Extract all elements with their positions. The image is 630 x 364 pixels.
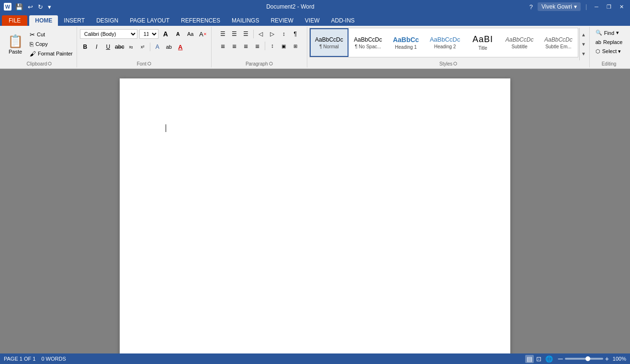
style-subtle-em[interactable]: AaBbCcDc Subtle Em... — [539, 28, 578, 57]
select-button[interactable]: ⬡ Select ▾ — [594, 47, 623, 55]
styles-scroll: ▲ ▼ ▼ — [579, 28, 587, 60]
italic-btn[interactable]: I — [91, 42, 102, 52]
paste-label: Paste — [9, 49, 22, 55]
ribbon: 📋 Paste ✂ Cut ⎘ Copy 🖌 Format Painter C — [0, 26, 630, 69]
select-label: Select ▾ — [602, 48, 621, 55]
bullets-btn[interactable]: ☰ — [218, 29, 228, 39]
clipboard-expand-icon[interactable]: ⬡ — [48, 61, 52, 66]
style-title[interactable]: AaBI Title — [465, 28, 500, 57]
font-row2: B I U abc x₂ x² A ab A — [80, 42, 186, 52]
paste-icon: 📋 — [8, 33, 23, 49]
line-spacing-btn[interactable]: ↕ — [267, 41, 278, 51]
styles-scroll-down-btn[interactable]: ▼ — [580, 39, 587, 49]
underline-btn[interactable]: U — [103, 42, 113, 52]
paragraph-expand-icon[interactable]: ⬡ — [269, 61, 273, 66]
bold-btn[interactable]: B — [80, 42, 90, 52]
align-left-btn[interactable]: ≡ — [218, 41, 228, 51]
clipboard-group-label: Clipboard — [26, 60, 47, 66]
numbering-btn[interactable]: ☰ — [229, 29, 240, 39]
text-effects-btn[interactable]: A — [152, 42, 163, 52]
font-grow-btn[interactable]: A — [160, 29, 171, 39]
document-title: Document2 - Word — [53, 3, 528, 10]
font-group: Calibri (Body) 11 A A Aa A✕ B I U abc x₂… — [77, 27, 212, 67]
style-title-preview: AaBI — [472, 34, 493, 44]
replace-button[interactable]: ab Replace — [594, 38, 625, 46]
editing-group: 🔍 Find ▾ ab Replace ⬡ Select ▾ Editing — [590, 27, 628, 67]
format-painter-icon: 🖌 — [30, 50, 36, 57]
show-para-btn[interactable]: ¶ — [290, 29, 301, 39]
tab-view[interactable]: VIEW — [299, 15, 326, 26]
font-shrink-btn[interactable]: A — [173, 29, 183, 39]
redo-qat-btn[interactable]: ↻ — [36, 2, 45, 11]
tab-page-layout[interactable]: PAGE LAYOUT — [124, 15, 175, 26]
tab-review[interactable]: REVIEW — [265, 15, 299, 26]
undo-qat-btn[interactable]: ↩ — [26, 2, 35, 11]
styles-expand-icon[interactable]: ⬡ — [453, 61, 457, 66]
tab-insert[interactable]: INSERT — [58, 15, 90, 26]
style-heading1[interactable]: AaBbCc Heading 1 — [387, 28, 424, 57]
shading-btn[interactable]: ▣ — [279, 41, 289, 51]
word-icon: W — [4, 3, 11, 11]
decrease-indent-btn[interactable]: ◁ — [256, 29, 266, 39]
tab-add-ins[interactable]: ADD-INS — [325, 15, 360, 26]
tab-home[interactable]: HOME — [29, 15, 58, 26]
tab-references[interactable]: REFERENCES — [175, 15, 226, 26]
style-subtle-em-preview: AaBbCcDc — [544, 36, 573, 43]
clear-format-btn[interactable]: A✕ — [198, 29, 208, 39]
styles-more-btn[interactable]: ▼ — [580, 49, 587, 58]
close-btn[interactable]: ✕ — [617, 2, 626, 11]
increase-indent-btn[interactable]: ▷ — [267, 29, 278, 39]
align-center-btn[interactable]: ≡ — [229, 41, 240, 51]
titlebar-left: W 💾 ↩ ↻ ▾ — [4, 2, 53, 11]
clipboard-group: 📋 Paste ✂ Cut ⎘ Copy 🖌 Format Painter C — [2, 27, 77, 67]
titlebar: W 💾 ↩ ↻ ▾ Document2 - Word ? Vivek Gowri… — [0, 0, 630, 13]
clipboard-small-buttons: ✂ Cut ⎘ Copy 🖌 Format Painter — [28, 28, 75, 60]
document-page[interactable] — [120, 78, 510, 353]
subscript-btn[interactable]: x₂ — [126, 42, 136, 52]
style-heading2[interactable]: AaBbCcDc Heading 2 — [424, 28, 465, 57]
font-size-selector[interactable]: 11 — [139, 29, 158, 39]
help-btn[interactable]: ? — [528, 2, 535, 11]
minimize-btn[interactable]: ─ — [592, 2, 601, 11]
font-color-btn[interactable]: A — [175, 42, 186, 52]
sort-btn[interactable]: ↕ — [279, 29, 289, 39]
restore-btn[interactable]: ❐ — [604, 2, 614, 11]
style-normal-label: ¶ Normal — [319, 44, 338, 49]
style-no-spacing[interactable]: AaBbCcDc ¶ No Spac... — [349, 28, 387, 57]
multilevel-list-btn[interactable]: ☰ — [241, 29, 251, 39]
font-name-selector[interactable]: Calibri (Body) — [80, 29, 137, 39]
style-subtle-em-label: Subtle Em... — [545, 44, 571, 49]
cut-button[interactable]: ✂ Cut — [28, 30, 75, 39]
format-painter-button[interactable]: 🖌 Format Painter — [28, 49, 75, 58]
document-area[interactable] — [0, 69, 630, 353]
style-heading2-preview: AaBbCcDc — [430, 36, 461, 43]
highlight-btn[interactable]: ab — [164, 42, 174, 52]
strikethrough-btn[interactable]: abc — [114, 42, 125, 52]
tab-mailings[interactable]: MAILINGS — [226, 15, 265, 26]
save-qat-btn[interactable]: 💾 — [13, 2, 25, 11]
styles-scroll-up-btn[interactable]: ▲ — [580, 30, 587, 39]
borders-btn[interactable]: ⊞ — [290, 41, 301, 51]
font-expand-icon[interactable]: ⬡ — [147, 61, 151, 66]
tab-design[interactable]: DESIGN — [90, 15, 124, 26]
find-dropdown-icon: ▾ — [616, 30, 619, 36]
text-cursor — [166, 124, 166, 132]
customize-qat-btn[interactable]: ▾ — [46, 2, 53, 11]
paste-button[interactable]: 📋 Paste — [4, 28, 27, 60]
style-heading1-label: Heading 1 — [395, 44, 417, 50]
style-subtitle[interactable]: AaBbCcDc Subtitle — [500, 28, 539, 57]
tab-file[interactable]: FILE — [2, 15, 27, 26]
user-account-btn[interactable]: Vivek Gowri ▾ — [538, 2, 581, 11]
find-button[interactable]: 🔍 Find ▾ — [594, 29, 621, 37]
justify-btn[interactable]: ≡ — [252, 41, 263, 51]
style-normal[interactable]: AaBbCcDc ¶ Normal — [310, 28, 349, 57]
style-normal-preview: AaBbCcDc — [315, 36, 343, 43]
replace-label: Replace — [603, 39, 622, 45]
copy-button[interactable]: ⎘ Copy — [28, 40, 75, 49]
superscript-btn[interactable]: x² — [137, 42, 148, 52]
change-case-btn[interactable]: Aa — [185, 29, 196, 39]
titlebar-right: ? Vivek Gowri ▾ | ─ ❐ ✕ — [528, 2, 626, 11]
align-right-btn[interactable]: ≡ — [241, 41, 251, 51]
styles-gallery: AaBbCcDc ¶ Normal AaBbCcDc ¶ No Spac... … — [309, 28, 578, 57]
style-heading2-label: Heading 2 — [434, 44, 456, 49]
